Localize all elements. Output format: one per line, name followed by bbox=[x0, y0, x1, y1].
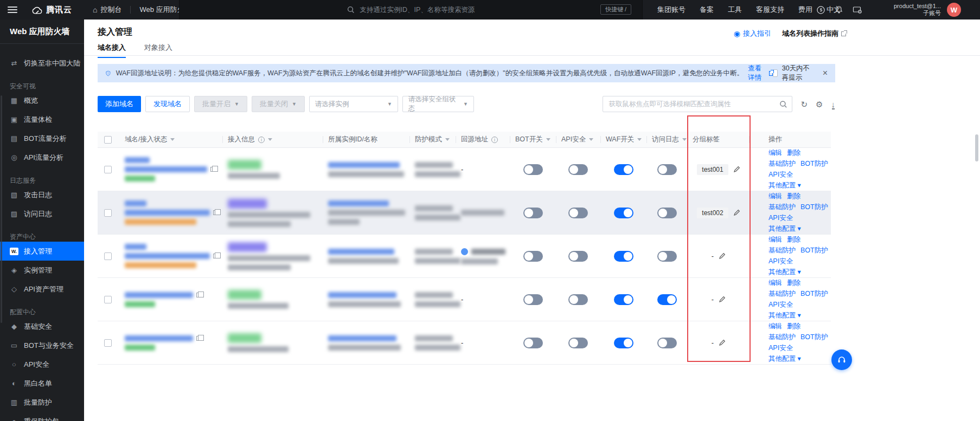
settings-gear-icon[interactable]: ⚙ bbox=[816, 100, 823, 108]
bot-toggle[interactable] bbox=[523, 208, 543, 218]
banner-close-icon[interactable]: × bbox=[823, 69, 828, 77]
delete-action[interactable]: 删除 bbox=[787, 322, 800, 331]
sidebar-item[interactable]: ◐黑白名单 bbox=[0, 374, 84, 393]
security-group-select[interactable]: 请选择安全组状态▼ bbox=[402, 96, 474, 112]
bot-toggle[interactable] bbox=[523, 338, 543, 348]
hamburger-menu-icon[interactable] bbox=[8, 5, 17, 15]
topbar-menu-item[interactable]: 备案 bbox=[700, 5, 714, 15]
topbar-menu-item[interactable]: 工具 bbox=[728, 5, 742, 15]
console-settings-icon[interactable] bbox=[853, 5, 862, 14]
select-all-checkbox[interactable] bbox=[104, 136, 112, 144]
bot-protect-action[interactable]: BOT防护 bbox=[800, 203, 828, 212]
waf-toggle[interactable] bbox=[614, 338, 633, 348]
edit-tag-icon[interactable] bbox=[719, 296, 726, 303]
filter-icon[interactable] bbox=[445, 138, 450, 141]
global-search-input[interactable]: 支持通过实例ID、IP、名称等搜索资源 快捷键 / bbox=[179, 0, 643, 20]
api-security-action[interactable]: API安全 bbox=[768, 257, 793, 266]
edit-tag-icon[interactable] bbox=[733, 209, 740, 216]
waf-toggle[interactable] bbox=[614, 208, 633, 218]
sidebar-item[interactable]: ◈实例管理 bbox=[0, 261, 84, 280]
download-icon[interactable]: ↓ bbox=[831, 100, 836, 108]
row-checkbox[interactable] bbox=[104, 296, 112, 303]
access-guide-link[interactable]: ◉ 接入指引 bbox=[734, 29, 771, 38]
edit-action[interactable]: 编辑 bbox=[768, 278, 782, 288]
sidebar-item[interactable]: ▧攻击日志 bbox=[0, 185, 84, 204]
filter-icon[interactable] bbox=[546, 138, 550, 141]
delete-action[interactable]: 删除 bbox=[787, 148, 800, 158]
access-log-toggle[interactable] bbox=[657, 164, 677, 175]
edit-action[interactable]: 编辑 bbox=[768, 192, 782, 201]
api-security-toggle[interactable] bbox=[568, 208, 588, 218]
waf-toggle[interactable] bbox=[614, 164, 633, 175]
edit-tag-icon[interactable] bbox=[719, 339, 726, 346]
topbar-menu-item[interactable]: 集团账号 bbox=[657, 5, 686, 15]
delete-action[interactable]: 删除 bbox=[787, 278, 800, 288]
more-config-action[interactable]: 其他配置 ▾ bbox=[768, 354, 801, 364]
basic-protect-action[interactable]: 基础防护 bbox=[768, 203, 796, 212]
tencent-cloud-logo[interactable]: 腾讯云 bbox=[31, 5, 72, 15]
table-search-input[interactable]: 获取鼠标焦点即可选择模糊匹配查询属性 bbox=[603, 96, 792, 112]
api-security-action[interactable]: API安全 bbox=[768, 300, 793, 309]
edit-action[interactable]: 编辑 bbox=[768, 148, 782, 158]
sidebar-item[interactable]: ◇API资产管理 bbox=[0, 280, 84, 299]
sidebar-item[interactable]: W.接入管理 bbox=[0, 242, 84, 261]
support-icon[interactable] bbox=[816, 5, 825, 15]
copy-icon[interactable] bbox=[196, 293, 201, 297]
delete-action[interactable]: 删除 bbox=[787, 192, 800, 201]
notification-bell-icon[interactable] bbox=[835, 5, 843, 14]
bot-toggle[interactable] bbox=[523, 164, 543, 175]
copy-icon[interactable] bbox=[213, 210, 218, 215]
api-security-toggle[interactable] bbox=[568, 338, 588, 348]
bot-protect-action[interactable]: BOT防护 bbox=[800, 289, 828, 299]
access-log-toggle[interactable] bbox=[657, 338, 677, 348]
topbar-menu-item[interactable]: 客服支持 bbox=[756, 5, 784, 15]
account-info[interactable]: product_test@1... 子账号 bbox=[889, 3, 941, 17]
basic-protect-action[interactable]: 基础防护 bbox=[768, 289, 796, 299]
edit-action[interactable]: 编辑 bbox=[768, 235, 782, 244]
filter-icon[interactable] bbox=[268, 138, 272, 141]
more-config-action[interactable]: 其他配置 ▾ bbox=[768, 181, 801, 190]
access-log-toggle[interactable] bbox=[657, 294, 677, 305]
filter-icon[interactable] bbox=[637, 138, 642, 141]
access-log-toggle[interactable] bbox=[657, 208, 677, 218]
instance-select[interactable]: 请选择实例▼ bbox=[309, 96, 398, 112]
more-config-action[interactable]: 其他配置 ▾ bbox=[768, 224, 801, 234]
access-log-toggle[interactable] bbox=[657, 251, 677, 262]
add-domain-button[interactable]: 添加域名 bbox=[98, 96, 141, 112]
sidebar-item[interactable]: ⇄切换至非中国大陆 bbox=[0, 54, 84, 73]
api-security-toggle[interactable] bbox=[568, 251, 588, 262]
filter-icon[interactable] bbox=[682, 138, 687, 141]
domain-list-guide-link[interactable]: 域名列表操作指南 bbox=[782, 29, 846, 38]
page-scrollbar[interactable] bbox=[975, 134, 978, 161]
sidebar-item[interactable]: ◆基础安全 bbox=[0, 317, 84, 336]
tab-active[interactable]: 域名接入 bbox=[98, 43, 126, 58]
sidebar-item[interactable]: ▦概览 bbox=[0, 91, 84, 110]
bot-protect-action[interactable]: BOT防护 bbox=[800, 333, 828, 342]
basic-protect-action[interactable]: 基础防护 bbox=[768, 246, 796, 255]
waf-toggle[interactable] bbox=[614, 251, 633, 262]
sidebar-item[interactable]: ▨访问日志 bbox=[0, 204, 84, 223]
row-checkbox[interactable] bbox=[104, 339, 112, 347]
sidebar-item[interactable]: ▭BOT与业务安全 bbox=[0, 336, 84, 355]
sidebar-item[interactable]: ●重保防护包 bbox=[0, 412, 84, 421]
tab-item[interactable]: 对象接入 bbox=[144, 43, 172, 57]
api-security-toggle[interactable] bbox=[568, 294, 588, 305]
filter-icon[interactable] bbox=[589, 138, 593, 141]
avatar[interactable]: W bbox=[947, 3, 961, 17]
edit-tag-icon[interactable] bbox=[733, 166, 740, 173]
topbar-menu-item[interactable]: 费用 bbox=[798, 5, 812, 15]
edit-action[interactable]: 编辑 bbox=[768, 322, 782, 331]
row-checkbox[interactable] bbox=[104, 209, 112, 217]
api-security-action[interactable]: API安全 bbox=[768, 344, 793, 353]
api-security-toggle[interactable] bbox=[568, 164, 588, 175]
more-config-action[interactable]: 其他配置 ▾ bbox=[768, 268, 801, 277]
delete-action[interactable]: 删除 bbox=[787, 235, 800, 244]
discover-domain-button[interactable]: 发现域名 bbox=[145, 96, 190, 112]
batch-disable-button[interactable]: 批量关闭▼ bbox=[252, 96, 305, 112]
bot-protect-action[interactable]: BOT防护 bbox=[800, 246, 828, 255]
basic-protect-action[interactable]: 基础防护 bbox=[768, 159, 796, 169]
copy-icon[interactable] bbox=[213, 254, 218, 258]
waf-toggle[interactable] bbox=[614, 294, 633, 305]
bot-protect-action[interactable]: BOT防护 bbox=[800, 159, 828, 169]
info-icon[interactable]: i bbox=[258, 137, 265, 143]
